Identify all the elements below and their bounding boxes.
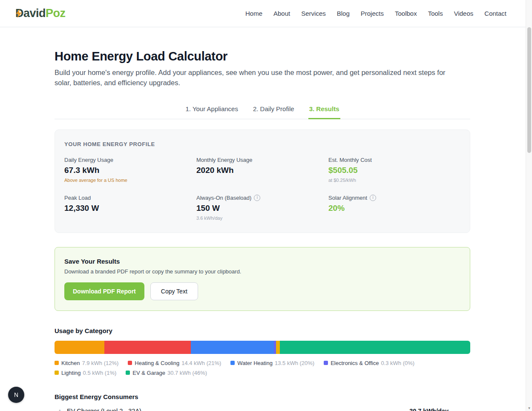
legend-value: 0.3 kWh (0%) — [381, 360, 414, 366]
legend-swatch — [324, 361, 328, 365]
consumer-value: 30.7 kWh/day — [409, 408, 449, 411]
tab-your-appliances[interactable]: 1. Your Appliances — [184, 103, 239, 119]
consumer-main: EV Charger (Level 2 - 32A) 30.7 kWh/day — [67, 408, 449, 411]
legend-label: Kitchen — [61, 360, 80, 366]
bar-segment-water-heating — [191, 341, 273, 354]
nav-item-about[interactable]: About — [273, 10, 290, 17]
consumers-heading: Biggest Energy Consumers — [55, 393, 470, 400]
stat-label: Always-On (Baseload) i — [196, 195, 328, 201]
legend-value: 7.9 kWh (12%) — [82, 360, 118, 366]
info-icon[interactable]: i — [370, 195, 376, 201]
nav-item-blog[interactable]: Blog — [337, 10, 350, 17]
stat-monthly-energy-usage: Monthly Energy Usage 2020 kWh — [196, 157, 328, 183]
download-pdf-button[interactable]: Download PDF Report — [64, 282, 144, 300]
stat-always-on-baseload: Always-On (Baseload) i 150 W 3.6 kWh/day — [196, 195, 328, 221]
consumer-name: EV Charger (Level 2 - 32A) — [67, 408, 141, 411]
nav-item-services[interactable]: Services — [301, 10, 326, 17]
stat-label-text: Solar Alignment — [328, 195, 367, 201]
stat-value: 150 W — [196, 204, 328, 213]
biggest-consumers-section: Biggest Energy Consumers 1. EV Charger (… — [55, 393, 470, 411]
site-header: DavidPoz Home About Services Blog Projec… — [0, 0, 532, 27]
nav-item-projects[interactable]: Projects — [361, 10, 384, 17]
legend-item-lighting: Lighting 0.5 kWh (1%) — [55, 370, 116, 376]
legend-item-water-heating: Water Heating 13.5 kWh (20%) — [230, 360, 314, 366]
save-results-card: Save Your Results Download a branded PDF… — [55, 247, 470, 311]
legend-label: Water Heating — [237, 360, 273, 366]
usage-heading: Usage by Category — [55, 327, 470, 334]
scrollbar[interactable]: ▼ — [526, 0, 532, 411]
save-results-description: Download a branded PDF report or copy th… — [64, 268, 460, 275]
energy-profile-card: YOUR HOME ENERGY PROFILE Daily Energy Us… — [55, 129, 470, 233]
bar-segment-ev-garage — [280, 341, 470, 354]
save-buttons-row: Download PDF Report Copy Text — [64, 282, 460, 300]
legend-value: 0.5 kWh (1%) — [83, 370, 117, 376]
scrollbar-thumb[interactable] — [527, 27, 531, 153]
lightning-bolt-icon — [16, 9, 22, 18]
stat-daily-energy-usage: Daily Energy Usage 67.3 kWh Above averag… — [64, 157, 196, 183]
legend-swatch — [128, 361, 132, 365]
legend-swatch — [126, 371, 130, 375]
stat-note: 3.6 kWh/day — [196, 216, 328, 221]
copy-text-button[interactable]: Copy Text — [150, 282, 198, 300]
legend-item-kitchen: Kitchen 7.9 kWh (12%) — [55, 360, 118, 366]
stat-value: 12,330 W — [64, 204, 196, 213]
stat-peak-load: Peak Load 12,330 W — [64, 195, 196, 221]
stat-est-monthly-cost: Est. Monthly Cost $505.05 at $0.25/kWh — [328, 157, 460, 183]
logo[interactable]: DavidPoz — [15, 8, 66, 19]
nav-item-home[interactable]: Home — [245, 10, 262, 17]
logo-text-green: Poz — [46, 7, 66, 20]
stat-label: Est. Monthly Cost — [328, 157, 460, 163]
legend-value: 13.5 kWh (20%) — [275, 360, 314, 366]
page-title: Home Energy Load Calculator — [55, 49, 470, 63]
legend-swatch — [55, 361, 59, 365]
legend-label: EV & Garage — [132, 370, 165, 376]
legend-swatch — [230, 361, 235, 365]
consumer-row-1: 1. EV Charger (Level 2 - 32A) 30.7 kWh/d… — [55, 408, 470, 411]
stat-note: Above average for a US home — [64, 178, 196, 183]
tab-results[interactable]: 3. Results — [308, 103, 340, 119]
stat-note: at $0.25/kWh — [328, 178, 460, 183]
legend-item-heating-cooling: Heating & Cooling 14.4 kWh (21%) — [128, 360, 221, 366]
page-subtitle: Build your home's energy profile. Add yo… — [55, 68, 463, 88]
save-results-title: Save Your Results — [64, 258, 460, 265]
nav-item-toolbox[interactable]: Toolbox — [395, 10, 417, 17]
stat-label: Solar Alignment i — [328, 195, 460, 201]
legend-value: 30.7 kWh (46%) — [167, 370, 207, 376]
legend-label: Electronics & Office — [331, 360, 379, 366]
stat-value: 67.3 kWh — [64, 166, 196, 175]
tab-bar: 1. Your Appliances 2. Daily Profile 3. R… — [55, 103, 470, 119]
legend-item-electronics-office: Electronics & Office 0.3 kWh (0%) — [324, 360, 414, 366]
category-legend: Kitchen 7.9 kWh (12%) Heating & Cooling … — [55, 360, 470, 376]
legend-label: Lighting — [61, 370, 81, 376]
legend-item-ev-garage: EV & Garage 30.7 kWh (46%) — [126, 370, 207, 376]
stat-label: Daily Energy Usage — [64, 157, 196, 163]
stat-label-text: Always-On (Baseload) — [196, 195, 251, 201]
consumer-line: EV Charger (Level 2 - 32A) 30.7 kWh/day — [67, 408, 449, 411]
legend-value: 14.4 kWh (21%) — [181, 360, 221, 366]
bar-segment-kitchen — [55, 341, 104, 354]
legend-swatch — [55, 371, 59, 375]
stat-value: 20% — [328, 204, 460, 213]
stat-label: Monthly Energy Usage — [196, 157, 328, 163]
bar-segment-lighting — [276, 341, 280, 354]
main-content: Home Energy Load Calculator Build your h… — [55, 49, 470, 411]
nav-item-contact[interactable]: Contact — [484, 10, 506, 17]
info-icon[interactable]: i — [254, 195, 260, 201]
stat-label: Peak Load — [64, 195, 196, 201]
scrollbar-down-arrow[interactable]: ▼ — [526, 406, 532, 410]
usage-by-category-section: Usage by Category Kitchen 7.9 kWh (12%) … — [55, 327, 470, 376]
nav-item-tools[interactable]: Tools — [428, 10, 443, 17]
profile-card-heading: YOUR HOME ENERGY PROFILE — [64, 141, 460, 147]
stat-value: 2020 kWh — [196, 166, 328, 175]
stats-grid: Daily Energy Usage 67.3 kWh Above averag… — [64, 157, 460, 221]
stat-solar-alignment: Solar Alignment i 20% — [328, 195, 460, 221]
consumer-rank: 1. — [55, 408, 67, 411]
stat-value: $505.05 — [328, 166, 460, 175]
bar-segment-heating-cooling — [104, 341, 191, 354]
nav-item-videos[interactable]: Videos — [454, 10, 474, 17]
floating-widget-button[interactable]: N — [8, 387, 24, 403]
main-nav: Home About Services Blog Projects Toolbo… — [245, 10, 506, 17]
legend-label: Heating & Cooling — [135, 360, 179, 366]
tab-daily-profile[interactable]: 2. Daily Profile — [252, 103, 295, 119]
category-stacked-bar — [55, 341, 470, 354]
